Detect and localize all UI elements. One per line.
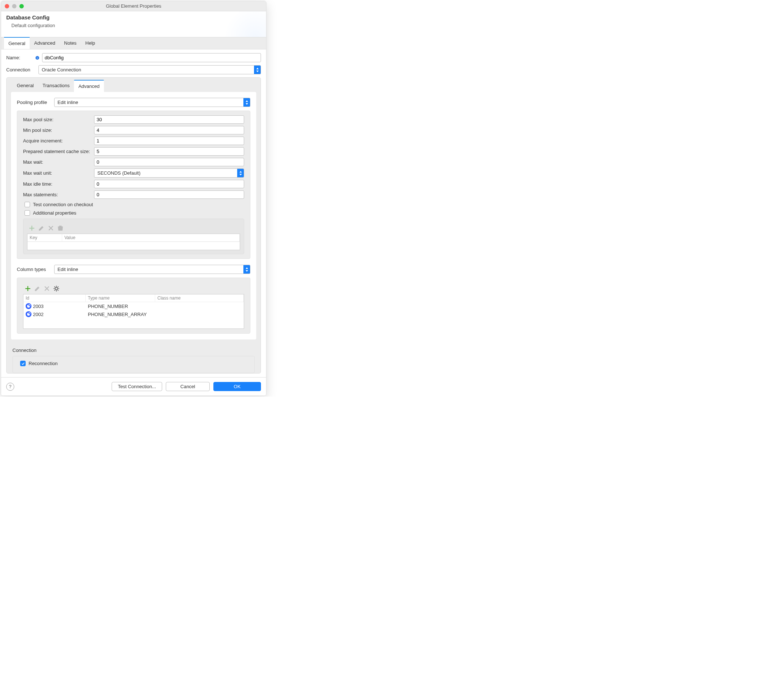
item-icon: [26, 311, 31, 317]
reconnection-checkbox[interactable]: [20, 361, 26, 366]
info-icon: i: [36, 56, 39, 60]
subtab-advanced[interactable]: Advanced: [74, 80, 104, 92]
min-pool-size-label: Min pool size:: [23, 128, 94, 133]
table-row[interactable]: 2003 PHONE_NUMBER: [23, 302, 244, 310]
name-input[interactable]: [42, 53, 261, 62]
edit-icon: [34, 285, 40, 292]
connection-group: Reconnection: [12, 356, 255, 373]
titlebar: Global Element Properties: [1, 1, 266, 11]
max-pool-size-label: Max pool size:: [23, 117, 94, 122]
chevron-updown-icon: [237, 169, 244, 177]
column-types-mode: Edit inline: [54, 265, 243, 274]
max-statements-label: Max statements:: [23, 192, 94, 197]
max-wait-label: Max wait:: [23, 159, 94, 165]
acquire-increment-input[interactable]: [94, 137, 244, 145]
add-icon: [28, 225, 35, 231]
svg-text:i: i: [37, 56, 38, 60]
name-label: Name:: [6, 55, 33, 61]
cancel-button[interactable]: Cancel: [166, 382, 210, 391]
sub-tabs: General Transactions Advanced: [6, 78, 261, 92]
dialog-window: Global Element Properties Database Confi…: [1, 1, 266, 396]
prepared-cache-size-label: Prepared statement cache size:: [23, 149, 94, 154]
max-wait-unit-select[interactable]: SECONDS (Default): [94, 168, 244, 178]
settings-icon[interactable]: [53, 285, 60, 292]
connection-section-label: Connection: [12, 347, 255, 353]
cell-id: 2002: [33, 312, 44, 317]
close-window-button[interactable]: [5, 4, 9, 8]
pooling-group: Max pool size: Min pool size: Acquire in…: [17, 111, 250, 259]
col-header-classname: Class name: [155, 294, 244, 302]
max-wait-input[interactable]: [94, 158, 244, 166]
connection-label: Connection: [6, 67, 36, 73]
delete-icon: [44, 285, 50, 292]
chevron-updown-icon: [254, 65, 261, 74]
connection-value: Oracle Connection: [39, 65, 254, 74]
props-header-value: Value: [62, 234, 240, 241]
max-pool-size-input[interactable]: [94, 115, 244, 124]
cell-classname: [155, 313, 244, 315]
table-row: [28, 242, 240, 250]
props-header-key: Key: [28, 234, 62, 241]
subtab-transactions[interactable]: Transactions: [38, 80, 74, 92]
ok-button[interactable]: OK: [213, 382, 261, 391]
add-icon[interactable]: [25, 285, 31, 292]
max-wait-unit-value: SECONDS (Default): [95, 169, 237, 177]
prepared-cache-size-input[interactable]: [94, 147, 244, 156]
column-types-table: Id Type name Class name 2003 PHONE_NUMBE…: [23, 294, 244, 329]
max-statements-input[interactable]: [94, 190, 244, 199]
subtab-general[interactable]: General: [12, 80, 38, 92]
col-header-typename: Type name: [86, 294, 155, 302]
svg-point-2: [55, 287, 58, 290]
acquire-increment-label: Acquire increment:: [23, 138, 94, 143]
chevron-updown-icon: [243, 265, 250, 274]
minimize-window-button[interactable]: [12, 4, 17, 8]
max-idle-time-input[interactable]: [94, 180, 244, 188]
tab-advanced[interactable]: Advanced: [30, 37, 60, 49]
cell-id: 2003: [33, 304, 44, 309]
test-connection-button[interactable]: Test Connection...: [112, 382, 162, 391]
reconnection-label: Reconnection: [28, 361, 58, 366]
item-icon: [26, 303, 31, 309]
delete-icon: [48, 225, 54, 231]
additional-properties-checkbox[interactable]: [25, 210, 30, 216]
min-pool-size-input[interactable]: [94, 126, 244, 134]
test-on-checkout-checkbox[interactable]: [25, 202, 30, 207]
cell-classname: [155, 305, 244, 307]
cell-typename: PHONE_NUMBER_ARRAY: [86, 311, 155, 318]
header: Database Config Default configuration: [1, 11, 266, 37]
cell-typename: PHONE_NUMBER: [86, 303, 155, 310]
column-types-group: Id Type name Class name 2003 PHONE_NUMBE…: [17, 277, 250, 333]
connection-select[interactable]: Oracle Connection: [39, 65, 261, 74]
top-tabs: General Advanced Notes Help: [1, 37, 266, 50]
help-button[interactable]: ?: [6, 383, 14, 391]
maximize-window-button[interactable]: [19, 4, 24, 8]
tab-notes[interactable]: Notes: [60, 37, 81, 49]
pooling-profile-label: Pooling profile: [17, 100, 50, 105]
pooling-profile-select[interactable]: Edit inline: [54, 98, 250, 107]
additional-properties-table: Key Value: [27, 234, 240, 250]
max-idle-time-label: Max idle time:: [23, 181, 94, 187]
table-row[interactable]: 2002 PHONE_NUMBER_ARRAY: [23, 310, 244, 318]
clear-icon: [57, 225, 64, 231]
chevron-updown-icon: [243, 98, 250, 107]
page-subtitle: Default configuration: [6, 20, 261, 28]
col-header-id: Id: [23, 294, 86, 302]
table-row: [23, 318, 244, 329]
pooling-profile-value: Edit inline: [54, 98, 243, 107]
column-types-select[interactable]: Edit inline: [54, 265, 250, 274]
edit-icon: [38, 225, 45, 231]
window-title: Global Element Properties: [1, 3, 266, 9]
column-types-label: Column types: [17, 266, 50, 272]
max-wait-unit-label: Max wait unit:: [23, 170, 94, 176]
additional-properties-label: Additional properties: [33, 210, 76, 216]
tab-general[interactable]: General: [4, 37, 30, 49]
test-on-checkout-label: Test connection on checkout: [33, 202, 93, 207]
page-title: Database Config: [6, 14, 261, 20]
tab-help[interactable]: Help: [81, 37, 100, 49]
